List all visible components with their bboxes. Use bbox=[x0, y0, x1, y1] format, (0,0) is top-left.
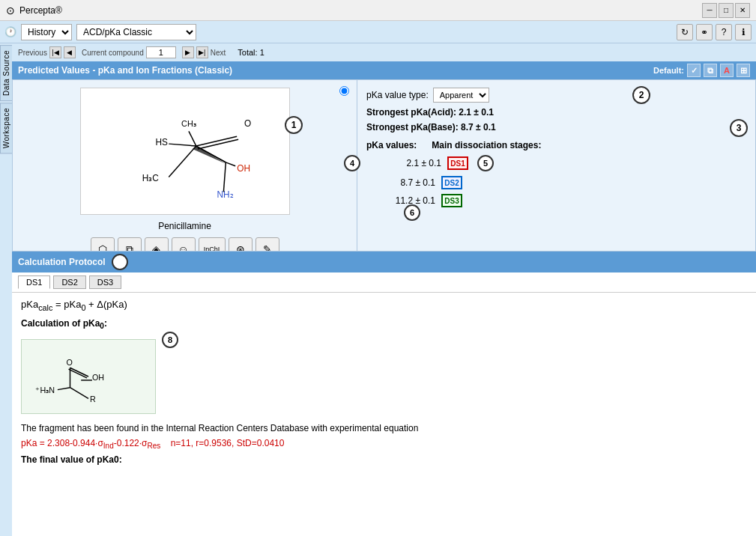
tab-ds1[interactable]: DS1 bbox=[18, 275, 50, 289]
prev-label: Previous bbox=[18, 49, 47, 57]
copy-mol-btn[interactable]: ⧉ bbox=[118, 237, 142, 252]
radio-group bbox=[339, 86, 349, 96]
workspace-tab[interactable]: Workspace bbox=[0, 103, 13, 153]
svg-line-17 bbox=[70, 368, 89, 377]
strongest-acid: Strongest pKa(Acid): 2.1 ± 0.1 bbox=[366, 107, 746, 118]
svg-line-11 bbox=[169, 146, 196, 177]
tab-ds3[interactable]: DS3 bbox=[89, 275, 121, 289]
svg-text:OH: OH bbox=[92, 373, 104, 382]
next-btn[interactable]: ▶ bbox=[182, 46, 194, 58]
circle-6: 6 bbox=[404, 204, 420, 221]
svg-text:H₃C: H₃C bbox=[142, 173, 159, 183]
svg-line-1 bbox=[188, 131, 196, 146]
link-btn[interactable]: ⚭ bbox=[696, 24, 713, 40]
current-input[interactable]: 1 bbox=[146, 46, 176, 58]
pka-row-3: 11.2 ± 0.1 DS3 6 bbox=[366, 194, 746, 207]
default-label: Default: bbox=[653, 66, 684, 75]
current-label: Current compound bbox=[82, 49, 144, 57]
pv-title: Predicted Values - pKa and Ion Fractions… bbox=[18, 65, 232, 76]
stamp-btn[interactable]: ⊛ bbox=[229, 237, 252, 252]
title-bar-left: ⊙ Percepta® bbox=[6, 4, 62, 16]
side-labels: Data Source Workspace bbox=[0, 45, 13, 153]
circle-3: 3 bbox=[730, 119, 748, 137]
current-section: Current compound 1 bbox=[82, 46, 176, 58]
svg-text:O: O bbox=[67, 358, 73, 367]
calc-protocol-header: Calculation Protocol 7 bbox=[12, 252, 756, 272]
svg-text:O: O bbox=[244, 118, 251, 129]
calc-content: pKacalc = pKa0 + Δ(pKa) Calculation of p… bbox=[12, 293, 756, 487]
circle-1: 1 bbox=[285, 116, 303, 134]
prev-btn[interactable]: ◀ bbox=[64, 46, 76, 58]
fragment-text: The fragment has been found in the Inter… bbox=[21, 423, 747, 433]
main-area: Previous |◀ ◀ Current compound 1 ▶ ▶| Ne… bbox=[12, 43, 756, 536]
pencil-btn[interactable]: ✎ bbox=[255, 237, 279, 252]
help-btn[interactable]: ? bbox=[716, 24, 732, 40]
app-icon: ⊙ bbox=[6, 4, 15, 16]
next-label: Next bbox=[211, 49, 226, 57]
formula: pKacalc = pKa0 + Δ(pKa) bbox=[21, 299, 747, 312]
method-select[interactable]: ACD/pKa Classic bbox=[76, 24, 196, 40]
structure-btn[interactable]: ⬡ bbox=[91, 237, 115, 252]
circle-7: 7 bbox=[112, 254, 128, 270]
svg-text:OH: OH bbox=[237, 163, 250, 174]
ds2-btn[interactable]: DS2 bbox=[441, 176, 462, 189]
maximize-button[interactable]: □ bbox=[719, 3, 734, 18]
close-button[interactable]: ✕ bbox=[735, 3, 750, 18]
refresh-btn[interactable]: ↻ bbox=[677, 24, 693, 40]
checkbox-icon[interactable]: ✓ bbox=[687, 64, 701, 77]
pka-values-header: pKa values: Main dissociation stages: bbox=[366, 140, 746, 150]
fragment-svg: O OH ⁺H₃N R bbox=[22, 340, 155, 413]
pka-row-1: 4 2.1 ± 0.1 DS1 5 bbox=[366, 155, 746, 171]
pka-stages-label: Main dissociation stages: bbox=[432, 140, 541, 150]
history-icon: 🕐 bbox=[4, 26, 16, 37]
data-source-tab[interactable]: Data Source bbox=[0, 45, 13, 101]
molecule-canvas: CH₃ O OH HS H₃C bbox=[80, 88, 290, 215]
circle-2: 2 bbox=[632, 86, 650, 104]
calc-protocol-title: Calculation Protocol bbox=[18, 257, 106, 267]
svg-line-13 bbox=[223, 162, 226, 192]
pka-row-2: 8.7 ± 0.1 DS2 bbox=[366, 176, 746, 189]
svg-line-9 bbox=[169, 144, 196, 146]
svg-text:⁺H₃N: ⁺H₃N bbox=[35, 386, 55, 395]
title-bar: ⊙ Percepta® ─ □ ✕ bbox=[0, 0, 756, 21]
svg-text:HS: HS bbox=[155, 137, 168, 147]
last-btn[interactable]: ▶| bbox=[196, 46, 208, 58]
svg-marker-15 bbox=[192, 146, 225, 164]
circle-4: 4 bbox=[344, 155, 360, 171]
ds3-btn[interactable]: DS3 bbox=[441, 194, 462, 207]
info-btn[interactable]: ℹ bbox=[735, 24, 752, 40]
ds1-btn[interactable]: DS1 bbox=[447, 156, 468, 170]
strongest-base: Strongest pKa(Base): 8.7 ± 0.1 bbox=[366, 122, 746, 133]
pdf-icon[interactable]: A bbox=[720, 64, 734, 77]
svg-line-14 bbox=[196, 146, 226, 162]
nav-bar: Previous |◀ ◀ Current compound 1 ▶ ▶| Ne… bbox=[12, 43, 756, 61]
pka-val-1: 2.1 ± 0.1 bbox=[389, 158, 441, 168]
tab-ds2[interactable]: DS2 bbox=[53, 275, 85, 289]
content-area: CH₃ O OH HS H₃C bbox=[12, 79, 756, 252]
mol-toolbar: ⬡ ⧉ ◈ ☺ InChI ⊛ ✎ bbox=[91, 237, 279, 252]
final-label: The final value of pKa0: bbox=[21, 454, 747, 465]
pv-header: Predicted Values - pKa and Ion Fractions… bbox=[12, 61, 756, 79]
next-section: ▶ ▶| Next bbox=[182, 46, 226, 58]
export-icon[interactable]: ⊞ bbox=[737, 64, 750, 77]
svg-line-7 bbox=[226, 162, 235, 166]
first-btn[interactable]: |◀ bbox=[49, 46, 61, 58]
pka-type-label: pKa value type: bbox=[366, 90, 429, 100]
copy-icon[interactable]: ⧉ bbox=[704, 64, 717, 77]
toolbar: 🕐 History ACD/pKa Classic ↻ ⚭ ? ℹ bbox=[0, 21, 756, 43]
fragment-container: O OH ⁺H₃N R 8 bbox=[21, 335, 156, 418]
pv-header-right: Default: ✓ ⧉ A ⊞ bbox=[653, 64, 750, 77]
molecule-panel: CH₃ O OH HS H₃C bbox=[13, 80, 357, 251]
pka-type-row: pKa value type: Apparent bbox=[366, 88, 746, 103]
pka-type-select[interactable]: Apparent bbox=[433, 88, 489, 103]
history-select[interactable]: History bbox=[21, 24, 72, 40]
minimize-button[interactable]: ─ bbox=[702, 3, 717, 18]
smiley-btn[interactable]: ☺ bbox=[172, 237, 196, 252]
fragment-box: O OH ⁺H₃N R bbox=[21, 339, 156, 414]
eraser-btn[interactable]: ◈ bbox=[145, 237, 169, 252]
pka-panel: 2 pKa value type: Apparent Strongest pKa… bbox=[357, 80, 755, 251]
molecule-svg: CH₃ O OH HS H₃C bbox=[81, 88, 289, 214]
inchi-btn[interactable]: InChI bbox=[199, 237, 226, 252]
mol-radio[interactable] bbox=[339, 86, 349, 96]
app-title: Percepta® bbox=[19, 5, 62, 16]
